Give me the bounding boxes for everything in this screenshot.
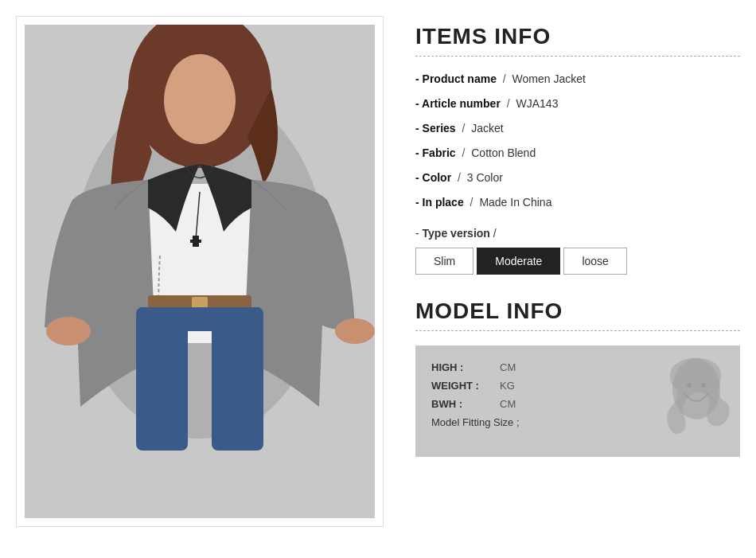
fabric-label: - Fabric: [415, 146, 456, 159]
in-place-value: Made In China: [479, 196, 551, 209]
type-btn-loose[interactable]: loose: [563, 248, 626, 275]
items-info-block: ITEMS INFO - Product name / Women Jacket…: [415, 24, 740, 275]
model-row-high: HIGH : CM: [431, 361, 724, 373]
series-sep: /: [462, 122, 469, 135]
high-label: HIGH :: [431, 361, 495, 373]
product-name-value: Women Jacket: [512, 72, 586, 85]
bwh-label: BWH :: [431, 398, 495, 410]
weight-unit: KG: [500, 380, 515, 392]
image-section: [16, 16, 384, 527]
in-place-sep: /: [470, 196, 477, 209]
type-version-section: - Type version / Slim Moderate loose: [415, 227, 740, 275]
type-buttons: Slim Moderate loose: [415, 248, 740, 275]
fabric-value: Cotton Blend: [471, 146, 536, 159]
in-place-label: - In place: [415, 196, 464, 209]
model-box: HIGH : CM WEIGHT : KG BWH : CM Model Fit…: [415, 345, 740, 457]
items-info-title: ITEMS INFO: [415, 24, 740, 49]
type-btn-moderate[interactable]: Moderate: [477, 248, 560, 275]
info-item-product-name: - Product name / Women Jacket: [415, 71, 740, 88]
product-name-sep: /: [503, 72, 509, 85]
info-item-color: - Color / 3 Color: [415, 170, 740, 186]
color-sep: /: [458, 171, 464, 184]
svg-point-4: [166, 54, 233, 131]
svg-rect-10: [140, 307, 259, 331]
type-version-sep: /: [493, 227, 497, 240]
svg-point-14: [46, 317, 91, 345]
article-number-sep: /: [507, 97, 513, 110]
info-item-in-place: - In place / Made In China: [415, 194, 740, 211]
model-row-weight: WEIGHT : KG: [431, 380, 724, 392]
svg-rect-13: [190, 240, 201, 243]
product-name-label: - Product name: [415, 72, 497, 85]
bwh-unit: CM: [500, 398, 516, 410]
article-number-value: WJA143: [516, 97, 559, 110]
info-item-fabric: - Fabric / Cotton Blend: [415, 145, 740, 162]
article-number-label: - Article number: [415, 97, 501, 110]
model-fitting-label: Model Fitting Size ;: [431, 416, 724, 428]
model-box-inner: HIGH : CM WEIGHT : KG BWH : CM Model Fit…: [431, 361, 724, 428]
product-image: [25, 25, 375, 518]
model-info-section: MODEL INFO HIGH :: [415, 299, 740, 457]
main-container: ITEMS INFO - Product name / Women Jacket…: [16, 16, 740, 527]
fabric-sep: /: [462, 146, 468, 159]
items-info-divider: [415, 56, 740, 57]
model-info-divider: [415, 330, 740, 331]
high-unit: CM: [500, 361, 516, 373]
color-value: 3 Color: [467, 171, 503, 184]
svg-rect-7: [192, 297, 208, 308]
weight-label: WEIGHT :: [431, 380, 495, 392]
type-version-text: Type version: [423, 227, 490, 240]
info-list: - Product name / Women Jacket - Article …: [415, 71, 740, 211]
info-section: ITEMS INFO - Product name / Women Jacket…: [415, 16, 740, 527]
color-label: - Color: [415, 171, 451, 184]
series-value: Jacket: [471, 122, 503, 135]
model-info-title: MODEL INFO: [415, 299, 740, 324]
model-row-bwh: BWH : CM: [431, 398, 724, 410]
type-version-label: - Type version /: [415, 227, 740, 240]
info-item-series: - Series / Jacket: [415, 120, 740, 137]
svg-point-15: [335, 318, 375, 344]
series-label: - Series: [415, 122, 456, 135]
type-btn-slim[interactable]: Slim: [415, 248, 473, 275]
info-item-article-number: - Article number / WJA143: [415, 96, 740, 112]
